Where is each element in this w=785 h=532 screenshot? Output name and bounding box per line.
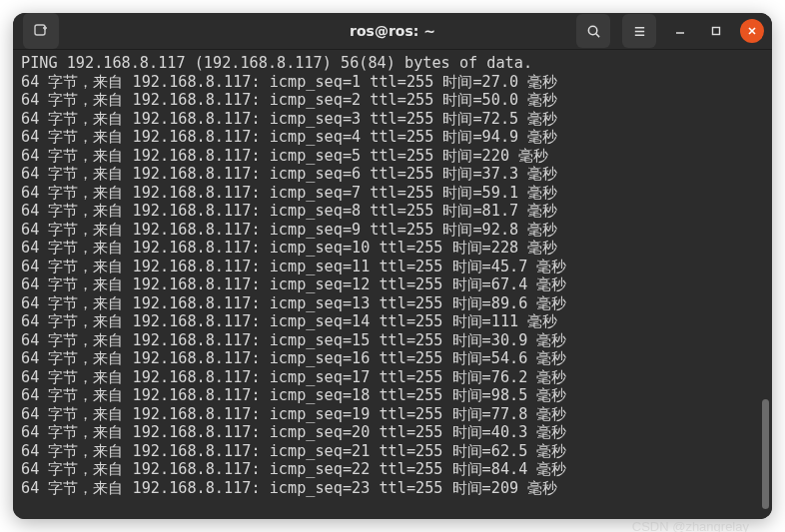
- new-tab-icon: [33, 23, 49, 39]
- maximize-icon: [710, 25, 722, 37]
- scrollbar-thumb[interactable]: [762, 399, 769, 509]
- menu-button[interactable]: [622, 14, 656, 48]
- maximize-button[interactable]: [704, 19, 728, 43]
- terminal-window: ros@ros: ~: [13, 13, 772, 519]
- close-button[interactable]: [740, 19, 764, 43]
- minimize-icon: [674, 25, 686, 37]
- terminal-output[interactable]: PING 192.168.8.117 (192.168.8.117) 56(84…: [13, 50, 772, 519]
- ping-header-line: PING 192.168.8.117 (192.168.8.117) 56(84…: [21, 54, 532, 72]
- window-controls: [576, 14, 764, 48]
- search-icon: [586, 24, 601, 39]
- minimize-button[interactable]: [668, 19, 692, 43]
- ping-reply-lines: 64 字节，来自 192.168.8.117: icmp_seq=1 ttl=2…: [21, 73, 566, 497]
- close-icon: [746, 25, 758, 37]
- titlebar: ros@ros: ~: [13, 13, 772, 50]
- search-button[interactable]: [576, 14, 610, 48]
- hamburger-icon: [632, 24, 647, 39]
- new-tab-button[interactable]: [23, 13, 59, 49]
- svg-rect-9: [713, 28, 720, 35]
- svg-point-3: [588, 26, 596, 34]
- watermark-text: CSDN @zhangrelay: [632, 519, 749, 532]
- svg-rect-0: [35, 25, 45, 35]
- svg-line-4: [595, 33, 598, 36]
